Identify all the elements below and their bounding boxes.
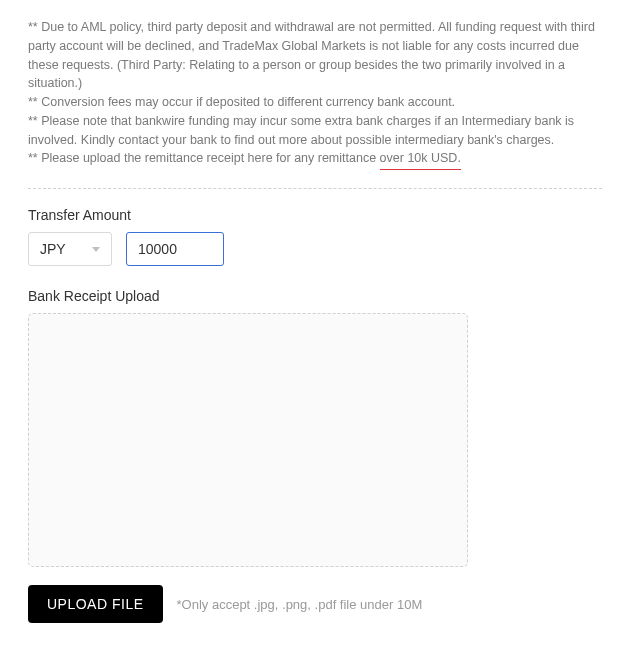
- transfer-amount-row: JPY: [28, 232, 602, 266]
- accept-note: *Only accept .jpg, .png, .pdf file under…: [177, 597, 423, 612]
- chevron-down-icon: [92, 247, 100, 252]
- divider: [28, 188, 602, 189]
- notice-line-2: ** Conversion fees may occur if deposite…: [28, 93, 602, 112]
- notice-line-4: ** Please upload the remittance receipt …: [28, 149, 602, 170]
- transfer-amount-label: Transfer Amount: [28, 207, 602, 223]
- policy-notice: ** Due to AML policy, third party deposi…: [28, 18, 602, 170]
- notice-line-1: ** Due to AML policy, third party deposi…: [28, 18, 602, 93]
- currency-value: JPY: [40, 241, 66, 257]
- upload-row: UPLOAD FILE *Only accept .jpg, .png, .pd…: [28, 585, 602, 623]
- amount-input[interactable]: [126, 232, 224, 266]
- notice-line-4-underlined: over 10k USD.: [380, 149, 461, 170]
- notice-line-4-prefix: ** Please upload the remittance receipt …: [28, 151, 380, 165]
- currency-select[interactable]: JPY: [28, 232, 112, 266]
- upload-file-button[interactable]: UPLOAD FILE: [28, 585, 163, 623]
- receipt-upload-dropzone[interactable]: [28, 313, 468, 567]
- notice-line-3: ** Please note that bankwire funding may…: [28, 112, 602, 150]
- bank-receipt-label: Bank Receipt Upload: [28, 288, 602, 304]
